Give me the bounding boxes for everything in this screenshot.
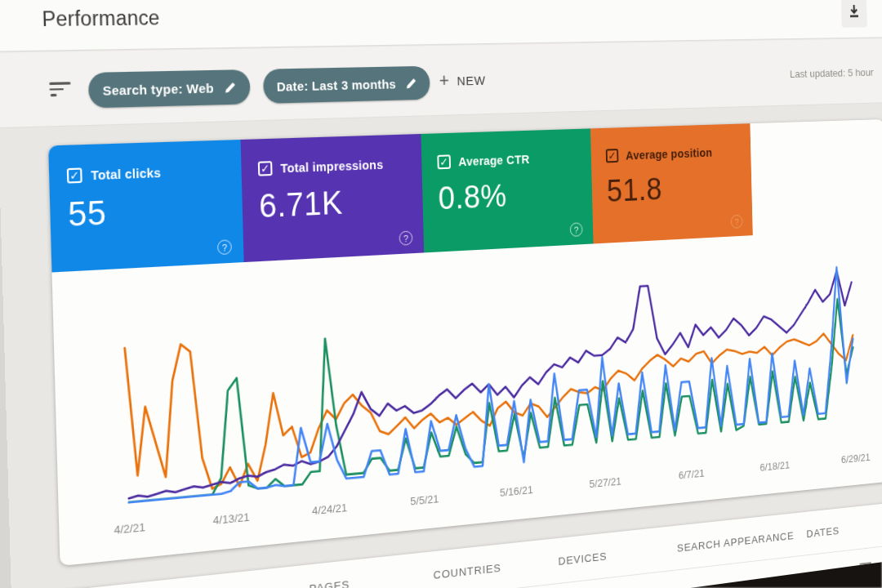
checkbox-checked-icon[interactable]: ✓ bbox=[606, 149, 619, 163]
help-icon[interactable]: ? bbox=[217, 239, 232, 255]
checkbox-checked-icon[interactable]: ✓ bbox=[437, 154, 451, 169]
new-filter-label: NEW bbox=[457, 73, 485, 87]
metric-label: Average CTR bbox=[458, 152, 529, 167]
download-icon bbox=[846, 2, 862, 23]
edit-pencil-icon bbox=[405, 77, 417, 90]
filter-bar: Search type: Web Date: Last 3 months + N… bbox=[0, 38, 882, 128]
metric-tile-average-ctr[interactable]: ✓ Average CTR 0.8% ? bbox=[421, 128, 593, 252]
metric-value: 55 bbox=[68, 189, 243, 234]
checkbox-checked-icon[interactable]: ✓ bbox=[67, 167, 82, 183]
search-console-performance-screen: Performance Search type: Web bbox=[0, 0, 882, 588]
metric-value: 51.8 bbox=[606, 168, 751, 209]
tab-countries[interactable]: COUNTRIES bbox=[433, 562, 501, 581]
search-type-chip-label: Search type: Web bbox=[102, 80, 213, 97]
tab-devices[interactable]: DEVICES bbox=[558, 550, 607, 567]
metric-value: 0.8% bbox=[438, 175, 592, 216]
plus-icon: + bbox=[439, 72, 449, 89]
date-range-chip[interactable]: Date: Last 3 months bbox=[263, 66, 430, 104]
metric-tile-average-position[interactable]: ✓ Average position 51.8 ? bbox=[590, 123, 753, 243]
new-filter-button[interactable]: + NEW bbox=[439, 71, 485, 89]
metric-label: Total impressions bbox=[280, 158, 383, 175]
help-icon[interactable]: ? bbox=[399, 230, 413, 245]
search-type-chip[interactable]: Search type: Web bbox=[88, 69, 251, 108]
tab-pages[interactable]: PAGES bbox=[309, 578, 350, 588]
help-icon[interactable]: ? bbox=[731, 215, 743, 229]
metric-tile-total-impressions[interactable]: ✓ Total impressions 6.71K ? bbox=[241, 134, 425, 262]
checkbox-checked-icon[interactable]: ✓ bbox=[258, 161, 273, 176]
filter-list-icon[interactable] bbox=[49, 82, 71, 96]
app-stage: Performance Search type: Web bbox=[0, 0, 882, 588]
help-icon[interactable]: ? bbox=[570, 222, 583, 237]
metric-tile-total-clicks[interactable]: ✓ Total clicks 55 ? bbox=[48, 140, 244, 273]
tab-dates[interactable]: DATES bbox=[806, 524, 840, 540]
performance-chart-card: ✓ Total clicks 55 ? ✓ Total impressions … bbox=[48, 119, 882, 566]
page-title: Performance bbox=[42, 7, 160, 32]
last-updated-text: Last updated: 5 hour bbox=[790, 66, 874, 80]
export-button[interactable] bbox=[841, 0, 867, 28]
metric-label: Total clicks bbox=[91, 166, 161, 182]
date-range-chip-label: Date: Last 3 months bbox=[277, 76, 397, 93]
edit-pencil-icon bbox=[224, 81, 237, 94]
tab-search-appearance[interactable]: SEARCH APPEARANCE bbox=[677, 529, 795, 554]
metric-label: Average position bbox=[626, 145, 712, 162]
metric-value: 6.71K bbox=[259, 181, 423, 225]
